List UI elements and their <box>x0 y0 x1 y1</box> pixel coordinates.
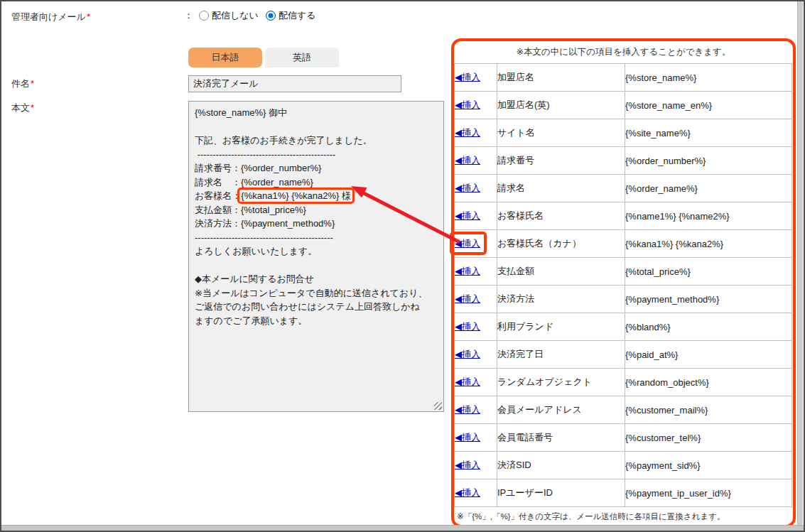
required-asterisk: * <box>31 102 34 113</box>
field-variable-cell: {%random_object%} <box>625 369 792 396</box>
subject-label: 件名* <box>11 77 34 90</box>
horizontal-scrollbar[interactable] <box>1 525 804 531</box>
insert-button[interactable]: ◀挿入 <box>455 210 480 221</box>
radio-option-label: 配信しない <box>212 9 259 22</box>
table-row: ◀挿入 決済SID {%payment_sid%} <box>455 452 792 479</box>
insert-button[interactable]: ◀挿入 <box>455 183 480 193</box>
field-name-cell: 請求番号 <box>497 147 625 175</box>
field-variable-cell: {%site_name%} <box>625 119 792 147</box>
table-row: ◀挿入 サイト名 {%site_name%} <box>455 119 792 147</box>
table-row: ◀挿入 会員電話番号 {%customer_tel%} <box>455 424 792 452</box>
table-row: ◀挿入 決済完了日 {%paid_at%} <box>455 341 792 369</box>
field-variable-cell: {%total_price%} <box>625 258 792 286</box>
delivery-radio-option[interactable]: 配信しない <box>199 9 259 22</box>
table-row: ◀挿入 支払金額 {%total_price%} <box>455 258 792 286</box>
insert-button[interactable]: ◀挿入 <box>455 376 480 387</box>
subject-label-text: 件名 <box>11 78 30 89</box>
field-variable-cell: {%store_name_en%} <box>625 92 792 119</box>
table-row: ◀挿入 会員メールアドレス {%customer_mail%} <box>455 396 792 424</box>
panel-note: ※本文の中に以下の項目を挿入することができます。 <box>454 41 793 63</box>
field-name-cell: 決済SID <box>497 452 625 479</box>
insert-button[interactable]: ◀挿入 <box>455 460 480 470</box>
table-row: ◀挿入 請求名 {%order_name%} <box>455 175 792 202</box>
insert-button[interactable]: ◀挿入 <box>455 266 480 276</box>
subject-input[interactable] <box>188 75 401 92</box>
field-name-cell: 決済完了日 <box>497 341 625 369</box>
field-variable-cell: {%bland%} <box>625 313 792 341</box>
table-row: ◀挿入 ランダムオブジェクト {%random_object%} <box>455 369 792 396</box>
field-variable-cell: {%payment_sid%} <box>625 452 792 479</box>
table-row: ◀挿入 決済方法 {%payment_method%} <box>455 286 792 313</box>
field-name-cell: お客様氏名 <box>497 202 625 230</box>
insert-button[interactable]: ◀挿入 <box>455 127 480 138</box>
body-highlighted-text: {%kana1%} {%kana2%} 様 <box>241 190 351 201</box>
panel-footer-note: ※「{%」,「%}」付きの文字は、メール送信時に各項目に置換されます。 <box>454 507 793 522</box>
vertical-scrollbar[interactable] <box>797 1 803 525</box>
table-row: ◀挿入 利用ブランド {%bland%} <box>455 313 792 341</box>
admin-mail-label-text: 管理者向けメール <box>11 11 86 22</box>
insert-button[interactable]: ◀挿入 <box>455 238 480 249</box>
table-row: ◀挿入 加盟店名(英) {%store_name_en%} <box>455 92 792 119</box>
field-variable-cell: {%customer_mail%} <box>625 396 792 424</box>
language-tab[interactable]: 日本語 <box>188 48 262 67</box>
field-variable-cell: {%payment_ip_user_id%} <box>625 479 792 507</box>
table-row: ◀挿入 請求番号 {%order_number%} <box>455 147 792 175</box>
field-name-cell: 会員電話番号 <box>497 424 625 452</box>
insert-button[interactable]: ◀挿入 <box>455 487 480 498</box>
table-row: ◀挿入 IPユーザーID {%payment_ip_user_id%} <box>455 479 792 507</box>
body-highlight-annotation: {%kana1%} {%kana2%} 様 <box>241 190 351 201</box>
body-label-text: 本文 <box>11 102 30 113</box>
body-text-before: {%store_name%} 御中 下記、お客様のお手続きが完了しました。 --… <box>195 107 372 201</box>
field-variable-cell: {%store_name%} <box>625 64 792 92</box>
textarea-resize-handle[interactable] <box>434 402 442 410</box>
field-variable-cell: {%name1%} {%name2%} <box>625 202 792 230</box>
insert-button[interactable]: ◀挿入 <box>455 155 480 165</box>
field-name-cell: ランダムオブジェクト <box>497 369 625 396</box>
radio-icon[interactable] <box>199 11 209 21</box>
field-name-cell: お客様氏名（カナ） <box>497 230 625 258</box>
radio-option-label: 配信する <box>279 9 316 22</box>
field-variable-cell: {%order_name%} <box>625 175 792 202</box>
field-variable-cell: {%payment_method%} <box>625 286 792 313</box>
insert-button[interactable]: ◀挿入 <box>455 349 480 359</box>
insert-items-table: ◀挿入 加盟店名 {%store_name%} ◀挿入 加盟店名(英) {%st… <box>454 63 792 507</box>
field-name-cell: 支払金額 <box>497 258 625 286</box>
field-name-cell: 決済方法 <box>497 286 625 313</box>
field-name-cell: 加盟店名(英) <box>497 92 625 119</box>
table-row: ◀挿入 お客様氏名（カナ） {%kana1%} {%kana2%} <box>455 230 792 258</box>
screen-frame: 管理者向けメール* ： 配信しない 配信する 日本語 英語 <box>0 0 805 532</box>
insert-items-panel: ※本文の中に以下の項目を挿入することができます。 ◀挿入 加盟店名 {%stor… <box>451 38 796 528</box>
delivery-radio-option[interactable]: 配信する <box>266 9 316 22</box>
field-name-cell: 利用ブランド <box>497 313 625 341</box>
field-variable-cell: {%customer_tel%} <box>625 424 792 452</box>
required-asterisk: * <box>31 78 34 89</box>
insert-button[interactable]: ◀挿入 <box>455 321 480 332</box>
language-tabs: 日本語 英語 <box>188 48 339 67</box>
radio-icon[interactable] <box>266 11 276 21</box>
body-textarea[interactable]: {%store_name%} 御中 下記、お客様のお手続きが完了しました。 --… <box>188 101 444 412</box>
insert-button[interactable]: ◀挿入 <box>455 293 480 304</box>
label-colon: ： <box>184 9 193 22</box>
delivery-radio-group: ： 配信しない 配信する <box>184 9 316 22</box>
field-name-cell: 会員メールアドレス <box>497 396 625 424</box>
field-name-cell: 請求名 <box>497 175 625 202</box>
field-name-cell: 加盟店名 <box>497 64 625 92</box>
field-variable-cell: {%order_number%} <box>625 147 792 175</box>
admin-mail-label: 管理者向けメール* <box>11 11 90 23</box>
required-asterisk: * <box>87 11 90 22</box>
insert-button[interactable]: ◀挿入 <box>455 432 480 443</box>
body-label: 本文* <box>11 102 34 114</box>
field-variable-cell: {%paid_at%} <box>625 341 792 369</box>
language-tab[interactable]: 英語 <box>265 48 339 67</box>
field-name-cell: サイト名 <box>497 119 625 147</box>
table-row: ◀挿入 加盟店名 {%store_name%} <box>455 64 792 92</box>
insert-button[interactable]: ◀挿入 <box>455 404 480 415</box>
insert-button[interactable]: ◀挿入 <box>455 72 480 82</box>
insert-button[interactable]: ◀挿入 <box>455 99 480 110</box>
table-row: ◀挿入 お客様氏名 {%name1%} {%name2%} <box>455 202 792 230</box>
field-name-cell: IPユーザーID <box>497 479 625 507</box>
field-variable-cell: {%kana1%} {%kana2%} <box>625 230 792 258</box>
body-text-after: 支払金額：{%total_price%} 決済方法：{%payment_meth… <box>195 205 427 326</box>
